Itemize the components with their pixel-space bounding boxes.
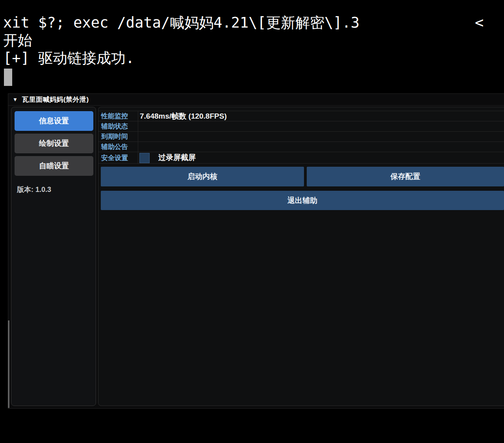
info-label: 性能监控 (101, 111, 128, 121)
info-row-security: 安全设置 过录屏截屏 (98, 152, 504, 164)
panel-title: 瓦里面喊妈妈(禁外泄) (22, 95, 89, 104)
sidebar-tab-aim-settings[interactable]: 自瞄设置 (15, 156, 93, 176)
info-row-status: 辅助状态 (98, 121, 504, 131)
content-area: 性能监控 7.648ms/帧数 (120.8FPS) 辅助状态 到期时间 辅助公… (98, 107, 504, 406)
exit-assist-button[interactable]: 退出辅助 (101, 191, 504, 210)
terminal-wrap-indicator: < (475, 14, 484, 32)
version-label: 版本: 1.0.3 (17, 185, 51, 194)
terminal-command-line: xit $?; exec /data/喊妈妈4.21\[更新解密\].3 (3, 14, 359, 32)
start-kernel-button[interactable]: 启动内核 (101, 167, 304, 186)
info-label: 辅助公告 (101, 142, 128, 152)
performance-value: 7.648ms/帧数 (120.8FPS) (140, 111, 227, 121)
terminal-output: xit $?; exec /data/喊妈妈4.21\[更新解密\].3 < 开… (0, 0, 504, 93)
terminal-cursor (4, 69, 12, 86)
panel-scrollbar[interactable] (8, 320, 9, 408)
assist-panel-window: ▼ 瓦里面喊妈妈(禁外泄) 信息设置 绘制设置 自瞄设置 版本: 1.0.3 性… (8, 93, 504, 409)
info-label: 辅助状态 (101, 121, 128, 131)
save-config-button[interactable]: 保存配置 (307, 167, 504, 186)
anti-screen-record-checkbox[interactable] (139, 153, 150, 163)
terminal-start-line: 开始 (3, 32, 32, 49)
info-row-performance: 性能监控 7.648ms/帧数 (120.8FPS) (98, 111, 504, 121)
info-label: 到期时间 (101, 132, 128, 141)
anti-screen-record-label: 过录屏截屏 (158, 152, 196, 163)
info-row-expiry: 到期时间 (98, 131, 504, 141)
sidebar-tab-draw-settings[interactable]: 绘制设置 (15, 134, 93, 153)
sidebar: 信息设置 绘制设置 自瞄设置 版本: 1.0.3 (11, 107, 96, 406)
panel-header: ▼ 瓦里面喊妈妈(禁外泄) (8, 94, 504, 106)
sidebar-tab-info-settings[interactable]: 信息设置 (15, 111, 93, 131)
collapse-triangle-icon[interactable]: ▼ (13, 97, 18, 102)
terminal-status-line: [+] 驱动链接成功. (3, 50, 134, 67)
info-row-announcement: 辅助公告 (98, 141, 504, 152)
info-label: 安全设置 (101, 152, 128, 163)
